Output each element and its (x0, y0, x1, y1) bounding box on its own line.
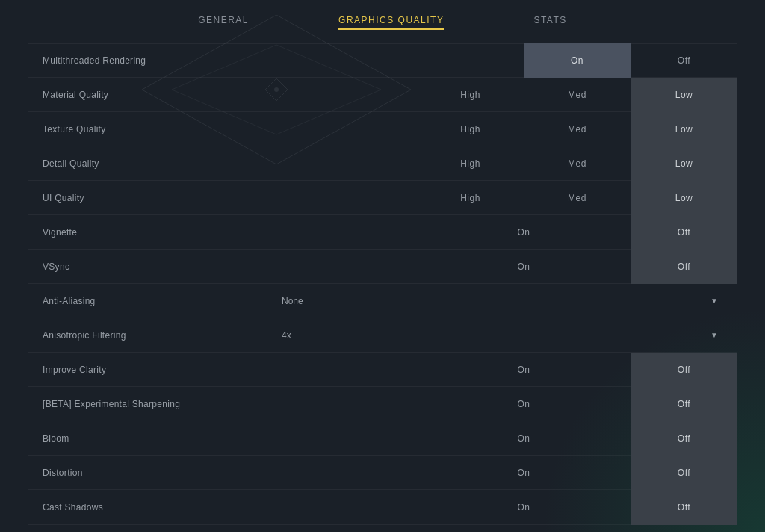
row-anisotropic: Anisotropic Filtering 4x ▼ (28, 318, 737, 353)
option-ui-high[interactable]: High (417, 181, 524, 215)
option-material-high[interactable]: High (417, 78, 524, 112)
setting-name-multithreaded: Multithreaded Rendering (28, 55, 267, 66)
setting-name-detail: Detail Quality (28, 158, 267, 169)
setting-name-clarity: Improve Clarity (28, 365, 267, 375)
option-material-med[interactable]: Med (524, 78, 631, 112)
setting-name-texture: Texture Quality (28, 124, 267, 134)
tab-general[interactable]: GENERAL (198, 12, 249, 28)
row-detail-quality: Detail Quality High Med Low (28, 146, 737, 181)
option-detail-low[interactable]: Low (631, 146, 737, 181)
option-detail-high[interactable]: High (417, 146, 524, 181)
options-shadows: On Off (267, 490, 737, 525)
row-experimental-sharpening: [BETA] Experimental Sharpening On Off (28, 387, 737, 421)
option-vsync-on[interactable]: On (417, 250, 631, 284)
setting-name-ui: UI Quality (28, 193, 267, 203)
row-vsync: VSync On Off (28, 250, 737, 284)
option-shadows-off[interactable]: Off (631, 490, 737, 525)
options-vignette: On Off (267, 215, 737, 250)
row-improve-clarity: Improve Clarity On Off (28, 353, 737, 387)
row-texture-quality: Texture Quality High Med Low (28, 112, 737, 146)
option-texture-med[interactable]: Med (524, 112, 631, 146)
settings-container: GENERAL GRAPHICS QUALITY STATS Multithre… (0, 0, 765, 532)
tab-navigation: GENERAL GRAPHICS QUALITY STATS (0, 0, 765, 34)
options-multithreaded: On Off (267, 43, 737, 78)
setting-name-aa: Anti-Aliasing (28, 296, 267, 306)
setting-name-material: Material Quality (28, 90, 267, 100)
options-clarity: On Off (267, 353, 737, 387)
options-detail: High Med Low (267, 146, 737, 181)
dropdown-arrow-anisotropic[interactable]: ▼ (703, 318, 725, 353)
option-multithreaded-off[interactable]: Off (631, 43, 737, 78)
option-distortion-off[interactable]: Off (631, 456, 737, 490)
option-multithreaded-on[interactable]: On (524, 43, 631, 78)
option-vsync-off[interactable]: Off (631, 250, 737, 284)
options-bloom: On Off (267, 421, 737, 456)
options-texture: High Med Low (267, 112, 737, 146)
dropdown-value-aa: None (267, 296, 703, 306)
option-material-low[interactable]: Low (631, 78, 737, 112)
dropdown-arrow-aa[interactable]: ▼ (703, 284, 725, 318)
option-sharpening-off[interactable]: Off (631, 387, 737, 421)
option-vignette-on[interactable]: On (417, 215, 631, 250)
option-clarity-on[interactable]: On (417, 353, 631, 387)
row-anti-aliasing: Anti-Aliasing None ▼ (28, 284, 737, 318)
row-cast-shadows: Cast Shadows On Off (28, 490, 737, 525)
row-vignette: Vignette On Off (28, 215, 737, 250)
setting-name-distortion: Distortion (28, 468, 267, 478)
option-texture-low[interactable]: Low (631, 112, 737, 146)
option-vignette-off[interactable]: Off (631, 215, 737, 250)
setting-name-vsync: VSync (28, 262, 267, 272)
row-distortion: Distortion On Off (28, 456, 737, 490)
setting-name-anisotropic: Anisotropic Filtering (28, 330, 267, 341)
options-distortion: On Off (267, 456, 737, 490)
option-ui-med[interactable]: Med (524, 181, 631, 215)
options-ui: High Med Low (267, 181, 737, 215)
option-shadows-on[interactable]: On (417, 490, 631, 525)
setting-name-vignette: Vignette (28, 227, 267, 238)
dropdown-value-anisotropic: 4x (267, 330, 703, 341)
option-clarity-off[interactable]: Off (631, 353, 737, 387)
row-multithreaded-rendering: Multithreaded Rendering On Off (28, 43, 737, 78)
option-sharpening-on[interactable]: On (417, 387, 631, 421)
tab-graphics[interactable]: GRAPHICS QUALITY (338, 12, 444, 28)
tab-stats[interactable]: STATS (533, 12, 566, 28)
option-ui-low[interactable]: Low (631, 181, 737, 215)
option-detail-med[interactable]: Med (524, 146, 631, 181)
option-texture-high[interactable]: High (417, 112, 524, 146)
options-sharpening: On Off (267, 387, 737, 421)
row-bloom: Bloom On Off (28, 421, 737, 456)
setting-name-sharpening: [BETA] Experimental Sharpening (28, 399, 267, 409)
setting-name-bloom: Bloom (28, 433, 267, 444)
row-material-quality: Material Quality High Med Low (28, 78, 737, 112)
settings-list: Multithreaded Rendering On Off Material … (28, 43, 737, 525)
option-distortion-on[interactable]: On (417, 456, 631, 490)
options-vsync: On Off (267, 250, 737, 284)
options-material: High Med Low (267, 78, 737, 112)
row-ui-quality: UI Quality High Med Low (28, 181, 737, 215)
option-bloom-on[interactable]: On (417, 421, 631, 456)
option-bloom-off[interactable]: Off (631, 421, 737, 456)
setting-name-shadows: Cast Shadows (28, 502, 267, 513)
